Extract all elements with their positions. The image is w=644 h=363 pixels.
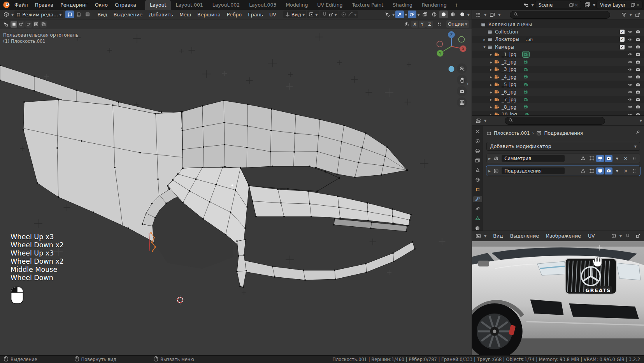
- outliner-item-label[interactable]: _7_jpg: [502, 97, 516, 102]
- outliner-row[interactable]: ▸_8_jpg: [472, 103, 644, 111]
- proportional-edit-icon[interactable]: [341, 11, 346, 18]
- camera-toggle-icon[interactable]: [634, 67, 642, 72]
- viewport-menu-item[interactable]: Ребро: [224, 10, 245, 19]
- workspace-tab[interactable]: Modeling: [281, 0, 312, 10]
- properties-tab-modifiers[interactable]: [473, 196, 482, 202]
- expand-arrow-icon[interactable]: ▸: [488, 105, 494, 109]
- shading-solid-button[interactable]: [439, 11, 448, 18]
- properties-tab-physics[interactable]: [473, 206, 482, 212]
- properties-tab-object-data[interactable]: [473, 215, 482, 221]
- outliner-row[interactable]: ▸Локаторы61✓: [472, 36, 644, 43]
- viewport-menu-item[interactable]: UV: [266, 10, 279, 19]
- camera-toggle-icon[interactable]: [634, 112, 642, 115]
- mesh-wireframe[interactable]: 398.7,533.5" fill="#383838" stroke="none…: [0, 10, 472, 355]
- properties-tab-output[interactable]: [473, 148, 482, 154]
- render-display-toggle[interactable]: [605, 167, 612, 174]
- modifier-name-input[interactable]: Подразделения: [502, 167, 565, 174]
- select-mode-sub-button[interactable]: [25, 21, 32, 28]
- modifier-extras-dropdown[interactable]: ▾: [613, 167, 621, 174]
- filter-funnel-icon[interactable]: [619, 11, 628, 19]
- outliner-row[interactable]: ▸_1_jpg: [472, 51, 644, 58]
- snap-target-icon[interactable]: [328, 11, 333, 18]
- workspace-tab[interactable]: Texture Paint: [347, 0, 388, 10]
- outliner-item-label[interactable]: Локаторы: [495, 37, 519, 42]
- outliner-row[interactable]: ▸_2_jpg: [472, 58, 644, 65]
- workspace-tab[interactable]: Shading: [388, 0, 417, 10]
- delete-modifier-button[interactable]: ×: [622, 155, 630, 162]
- viewport-menu-item[interactable]: Выделение: [111, 10, 146, 19]
- outliner-row[interactable]: ▸10_jpg: [472, 111, 644, 115]
- outliner-row[interactable]: Коллекция сцены: [472, 21, 644, 28]
- outliner-item-label[interactable]: Коллекция сцены: [488, 22, 532, 27]
- eye-icon[interactable]: [626, 29, 634, 34]
- drag-handle-icon[interactable]: [630, 167, 638, 174]
- outliner-item-label[interactable]: Collection: [495, 29, 518, 35]
- options-dropdown[interactable]: Опции ▾: [446, 20, 469, 28]
- breadcrumb-object[interactable]: Плоскость.001: [494, 130, 530, 136]
- expand-arrow-icon[interactable]: ▸: [488, 75, 494, 79]
- camera-toggle-icon[interactable]: [634, 44, 642, 49]
- eye-icon[interactable]: [626, 82, 634, 87]
- outliner-item-label[interactable]: _4_jpg: [502, 74, 516, 80]
- view-layer-icon[interactable]: [583, 1, 592, 9]
- expand-arrow-icon[interactable]: ▸: [488, 168, 491, 174]
- mode-dropdown[interactable]: Режим реда... ▾: [14, 11, 63, 18]
- modifier-extras-dropdown[interactable]: ▾: [613, 155, 621, 162]
- outliner-filter-mode-icon[interactable]: [488, 11, 497, 19]
- snap-options-icon[interactable]: [435, 20, 444, 28]
- vertex-select-button[interactable]: [65, 11, 74, 18]
- outliner-item-label[interactable]: _6_jpg: [502, 89, 516, 95]
- eye-icon[interactable]: [626, 67, 634, 72]
- camera-data-icon[interactable]: [523, 74, 529, 80]
- properties-tab-material[interactable]: [473, 225, 482, 231]
- visibility-dropdown-icon[interactable]: [383, 11, 391, 18]
- camera-data-icon[interactable]: [523, 97, 529, 102]
- magnet-icon[interactable]: [322, 11, 327, 18]
- camera-toggle-icon[interactable]: [634, 60, 642, 65]
- shading-wireframe-button[interactable]: [430, 11, 439, 18]
- show-overlays-toggle[interactable]: [408, 11, 416, 18]
- camera-toggle-icon[interactable]: [634, 74, 642, 79]
- mirror-axis-button[interactable]: Y: [419, 21, 426, 28]
- camera-data-icon[interactable]: [523, 51, 529, 57]
- expand-arrow-icon[interactable]: ▾: [482, 45, 487, 49]
- image-editor-menu-item[interactable]: UV: [584, 231, 598, 241]
- active-tool-icon[interactable]: [3, 20, 8, 28]
- eye-icon[interactable]: [626, 97, 634, 102]
- camera-data-icon[interactable]: [523, 104, 529, 110]
- outliner-row[interactable]: ▸_6_jpg: [472, 88, 644, 96]
- properties-tab-object[interactable]: [473, 187, 482, 192]
- expand-arrow-icon[interactable]: ▸: [482, 37, 487, 42]
- eye-icon[interactable]: [626, 37, 634, 42]
- workspace-tab[interactable]: Rendering: [417, 0, 451, 10]
- viewport-menu-item[interactable]: Вид: [94, 10, 110, 19]
- camera-toggle-icon[interactable]: [634, 104, 642, 109]
- falloff-curve-icon[interactable]: [347, 11, 353, 18]
- workspace-tab[interactable]: Layout.002: [208, 0, 244, 10]
- snap-target-icon[interactable]: [633, 232, 642, 240]
- select-mode-inv-button[interactable]: [33, 21, 39, 28]
- cage-display-toggle[interactable]: [588, 167, 595, 174]
- image-editor-menu-item[interactable]: Изображение: [542, 231, 584, 241]
- pan-hand-icon[interactable]: [457, 75, 467, 85]
- expand-arrow-icon[interactable]: ▸: [488, 83, 494, 87]
- outliner-item-label[interactable]: _3_jpg: [502, 67, 516, 72]
- image-editor-menu-item[interactable]: Вид: [490, 231, 506, 241]
- view-layer-selector[interactable]: View Layer ×: [597, 1, 642, 9]
- modifier-panel[interactable]: ▸Симметрия▾×: [486, 153, 640, 163]
- viewport-display-toggle[interactable]: [596, 167, 604, 174]
- viewport-menu-item[interactable]: Вершина: [194, 10, 224, 19]
- expand-arrow-icon[interactable]: ▸: [488, 67, 494, 72]
- topbar-menu-item[interactable]: Рендеринг: [57, 0, 91, 10]
- viewport-menu-item[interactable]: Меш: [176, 10, 194, 19]
- camera-data-icon[interactable]: [523, 89, 529, 95]
- camera-toggle-icon[interactable]: [634, 82, 642, 87]
- chevron-down-icon[interactable]: ▾: [640, 118, 642, 123]
- outliner-row[interactable]: ▸_3_jpg: [472, 66, 644, 73]
- shading-rendered-button[interactable]: [458, 11, 467, 18]
- topbar-menu-item[interactable]: Окно: [91, 0, 111, 10]
- viewport-menu-item[interactable]: Добавить: [146, 10, 176, 19]
- eye-icon[interactable]: [626, 104, 634, 109]
- expand-arrow-icon[interactable]: ▸: [488, 113, 494, 115]
- reference-image[interactable]: GREATS: [472, 241, 644, 356]
